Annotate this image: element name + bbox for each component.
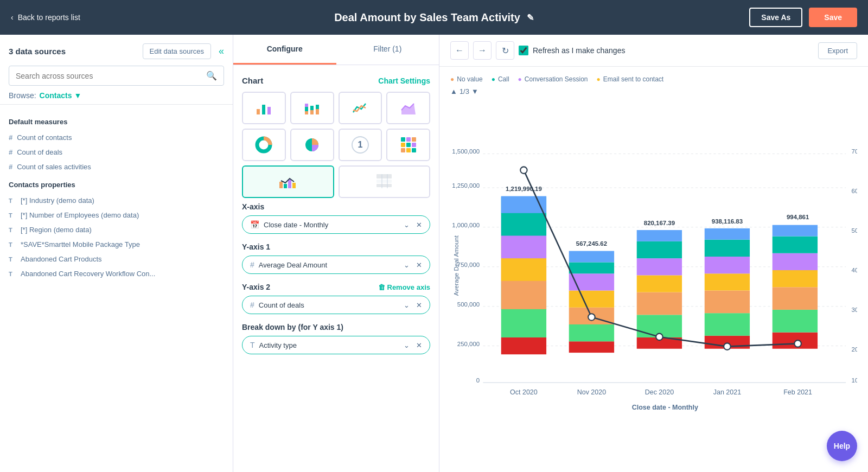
configure-panel: Configure Filter (1) Chart Chart Setting… bbox=[233, 35, 439, 472]
save-as-button[interactable]: Save As bbox=[749, 8, 802, 27]
svg-rect-1 bbox=[262, 105, 265, 114]
svg-text:250,000: 250,000 bbox=[457, 341, 480, 347]
svg-rect-96 bbox=[773, 287, 818, 310]
chart-section-header: Chart Chart Settings bbox=[242, 76, 430, 85]
svg-text:Feb 2021: Feb 2021 bbox=[783, 388, 812, 396]
svg-point-12 bbox=[261, 142, 266, 148]
svg-text:1,500,000: 1,500,000 bbox=[452, 148, 480, 155]
svg-rect-70 bbox=[569, 341, 614, 353]
list-item[interactable]: # Count of sales activities bbox=[9, 160, 224, 174]
svg-rect-2 bbox=[267, 107, 271, 114]
remove-axis-button[interactable]: 🗑 Remove axis bbox=[378, 283, 431, 291]
breakdown-clear-icon[interactable]: ✕ bbox=[416, 341, 422, 349]
redo-button[interactable]: → bbox=[473, 41, 492, 60]
legend-label-no-value: No value bbox=[457, 75, 482, 83]
chart-type-single-number[interactable]: 1 bbox=[339, 129, 382, 161]
back-to-reports-button[interactable]: ‹ Back to reports list bbox=[11, 13, 80, 22]
svg-rect-26 bbox=[292, 183, 296, 188]
list-item[interactable]: T [*] Industry (demo data) bbox=[9, 193, 224, 208]
type-badge: T bbox=[9, 197, 16, 204]
chart-type-combo[interactable] bbox=[242, 165, 334, 198]
type-badge: T bbox=[9, 227, 16, 233]
svg-text:750,000: 750,000 bbox=[457, 261, 480, 268]
svg-text:938,116.83: 938,116.83 bbox=[712, 218, 743, 225]
yaxis1-clear-icon[interactable]: ✕ bbox=[416, 261, 422, 269]
list-item[interactable]: T Abandoned Cart Products bbox=[9, 252, 224, 266]
measure-label: Count of contacts bbox=[17, 133, 72, 142]
report-title: Deal Amount by Sales Team Activity bbox=[334, 11, 520, 24]
browse-contacts-dropdown[interactable]: Contacts ▼ bbox=[40, 91, 82, 100]
list-item[interactable]: # Count of deals bbox=[9, 145, 224, 160]
property-label: *SAVE*Smarttel Mobile Package Type bbox=[21, 240, 140, 248]
refresh-button[interactable]: ↻ bbox=[496, 41, 514, 60]
default-measures-title: Default measures bbox=[9, 118, 224, 126]
yaxis1-chevron-icon: ⌄ bbox=[404, 261, 410, 269]
undo-button[interactable]: ← bbox=[450, 41, 469, 60]
svg-text:Average Deal Amount: Average Deal Amount bbox=[453, 235, 459, 296]
next-page-icon[interactable]: ▼ bbox=[471, 87, 478, 95]
list-item[interactable]: T [*] Number of Employees (demo data) bbox=[9, 208, 224, 222]
svg-point-103 bbox=[588, 314, 595, 321]
property-label: Abandoned Cart Products bbox=[21, 255, 102, 263]
chart-type-area[interactable] bbox=[386, 92, 430, 124]
svg-text:500: 500 bbox=[852, 227, 857, 234]
svg-rect-63 bbox=[501, 309, 546, 337]
list-item[interactable]: # Count of contacts bbox=[9, 130, 224, 145]
prev-page-icon[interactable]: ▲ bbox=[450, 87, 457, 95]
tab-filter[interactable]: Filter (1) bbox=[336, 35, 439, 65]
save-button[interactable]: Save bbox=[809, 8, 857, 27]
collapse-sidebar-icon[interactable]: « bbox=[219, 46, 224, 57]
sidebar-top-row: 3 data sources Edit data sources « bbox=[9, 43, 224, 59]
svg-rect-88 bbox=[705, 291, 750, 314]
chart-type-pie[interactable] bbox=[290, 129, 334, 161]
yaxis2-clear-icon[interactable]: ✕ bbox=[416, 301, 422, 309]
sidebar-content: Default measures # Count of contacts # C… bbox=[0, 105, 233, 472]
list-item[interactable]: T *SAVE*Smarttel Mobile Package Type bbox=[9, 237, 224, 252]
svg-text:1,000,000: 1,000,000 bbox=[452, 222, 480, 228]
hash-icon-2: # bbox=[250, 301, 254, 309]
yaxis1-section: Y-axis 1 # Average Deal Amount ⌄ ✕ bbox=[242, 243, 430, 274]
svg-text:1,250,000: 1,250,000 bbox=[452, 182, 480, 189]
xaxis-dropdown[interactable]: 📅 Close date - Monthly ⌄ ✕ bbox=[242, 215, 430, 234]
svg-rect-18 bbox=[406, 143, 411, 147]
tab-configure[interactable]: Configure bbox=[233, 35, 336, 65]
chart-settings-link[interactable]: Chart Settings bbox=[378, 76, 430, 85]
chart-type-donut[interactable] bbox=[242, 129, 286, 161]
svg-text:0: 0 bbox=[476, 377, 480, 384]
refresh-checkbox[interactable] bbox=[519, 46, 528, 55]
xaxis-clear-icon[interactable]: ✕ bbox=[416, 221, 422, 229]
breakdown-dropdown[interactable]: T Activity type ⌄ ✕ bbox=[242, 336, 430, 354]
list-item[interactable]: T [*] Region (demo data) bbox=[9, 222, 224, 237]
svg-point-106 bbox=[794, 340, 801, 347]
report-title-container: Deal Amount by Sales Team Activity ✎ bbox=[334, 11, 534, 24]
svg-rect-100 bbox=[773, 225, 818, 237]
export-button[interactable]: Export bbox=[818, 42, 857, 59]
chart-type-bar[interactable] bbox=[242, 92, 286, 124]
type-badge: T bbox=[9, 212, 16, 219]
chart-type-stacked[interactable] bbox=[290, 92, 334, 124]
property-label: [*] Region (demo data) bbox=[21, 226, 92, 234]
search-input[interactable] bbox=[16, 72, 206, 80]
main-layout: 3 data sources Edit data sources « 🔍 Bro… bbox=[0, 35, 868, 472]
list-item[interactable]: T Abandoned Cart Recovery Workflow Con..… bbox=[9, 266, 224, 281]
chart-svg-container: 1,500,000 1,250,000 1,000,000 750,000 50… bbox=[450, 98, 857, 456]
chart-type-line[interactable] bbox=[339, 92, 382, 124]
help-button[interactable]: Help bbox=[827, 431, 857, 461]
yaxis2-label-text: Y-axis 2 bbox=[242, 283, 270, 291]
edit-title-icon[interactable]: ✎ bbox=[527, 12, 534, 23]
browse-chevron-icon: ▼ bbox=[74, 91, 81, 100]
edit-data-sources-button[interactable]: Edit data sources bbox=[143, 43, 211, 59]
chart-area: ← → ↻ Refresh as I make changes Export ●… bbox=[439, 35, 868, 472]
legend-dot-call: ● bbox=[492, 75, 495, 83]
svg-rect-80 bbox=[637, 292, 682, 315]
chart-type-pivot[interactable] bbox=[339, 165, 431, 198]
svg-rect-19 bbox=[412, 143, 416, 147]
svg-rect-7 bbox=[310, 106, 314, 110]
yaxis2-dropdown[interactable]: # Count of deals ⌄ ✕ bbox=[242, 296, 430, 314]
type-badge: # bbox=[9, 163, 12, 171]
chart-type-heatmap[interactable] bbox=[386, 129, 430, 161]
yaxis2-value: Count of deals bbox=[259, 301, 304, 309]
svg-rect-15 bbox=[406, 137, 411, 142]
yaxis1-dropdown[interactable]: # Average Deal Amount ⌄ ✕ bbox=[242, 256, 430, 274]
yaxis1-label: Y-axis 1 bbox=[242, 243, 430, 251]
